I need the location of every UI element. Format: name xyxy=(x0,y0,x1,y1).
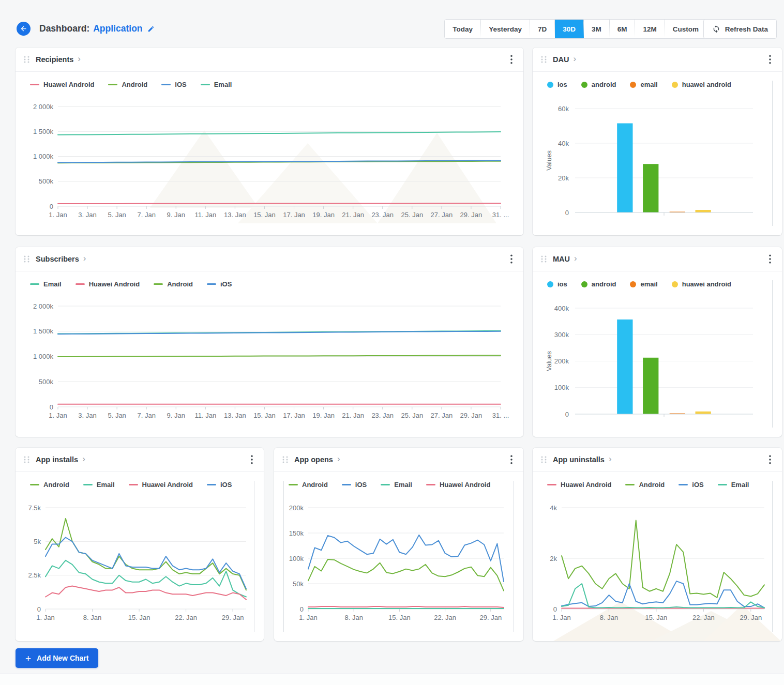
back-button[interactable] xyxy=(17,22,31,36)
legend-item-email[interactable]: Email xyxy=(381,481,412,489)
legend-item-email[interactable]: email xyxy=(630,280,657,288)
range-button-3m[interactable]: 3M xyxy=(584,20,610,38)
legend-item-ios[interactable]: ios xyxy=(547,81,567,88)
range-button-12m[interactable]: 12M xyxy=(635,20,665,38)
legend-item-ios[interactable]: ios xyxy=(547,280,567,288)
card-app-uninstalls: App uninstalls › Huawei Android Android … xyxy=(533,448,782,641)
chart-legend: Huawei Android Android iOS Email xyxy=(30,81,232,88)
legend-label: Email xyxy=(731,481,749,489)
legend-item-ios[interactable]: iOS xyxy=(679,481,703,489)
legend-item-email[interactable]: Email xyxy=(201,81,232,88)
legend-item-email[interactable]: email xyxy=(630,81,657,88)
svg-text:31. ...: 31. ... xyxy=(492,412,509,419)
legend-item-huawei-android[interactable]: Huawei Android xyxy=(129,481,193,489)
legend-item-huawei-android[interactable]: Huawei Android xyxy=(426,481,490,489)
legend-item-ios[interactable]: iOS xyxy=(207,481,232,489)
drag-handle[interactable] xyxy=(23,455,30,464)
legend-item-ios[interactable]: iOS xyxy=(342,481,367,489)
chevron-right-icon: › xyxy=(574,254,577,263)
legend-item-huawei-android[interactable]: Huawei Android xyxy=(30,81,94,88)
range-button-7d[interactable]: 7D xyxy=(530,20,555,38)
card-menu-button[interactable] xyxy=(507,53,516,66)
svg-text:22. Jan: 22. Jan xyxy=(175,614,197,621)
refresh-label: Refresh Data xyxy=(725,25,768,33)
legend-item-android[interactable]: Android xyxy=(289,481,328,489)
card-title-link[interactable]: MAU xyxy=(553,255,570,263)
legend-swatch xyxy=(161,84,171,85)
svg-text:22. Jan: 22. Jan xyxy=(692,614,715,621)
drag-handle[interactable] xyxy=(540,455,547,464)
legend-item-huawei-android[interactable]: Huawei Android xyxy=(547,481,611,489)
legend-label: Android xyxy=(302,481,328,489)
dashboard-name-link[interactable]: Application xyxy=(93,23,142,34)
legend-item-android[interactable]: Android xyxy=(154,280,193,288)
drag-handle[interactable] xyxy=(540,254,547,264)
range-button-today[interactable]: Today xyxy=(445,20,481,38)
legend-item-android[interactable]: android xyxy=(581,280,616,288)
svg-text:29. Jan: 29. Jan xyxy=(479,614,502,621)
drag-handle[interactable] xyxy=(540,55,547,64)
kebab-menu-icon xyxy=(510,455,512,464)
range-button-yesterday[interactable]: Yesterday xyxy=(481,20,530,38)
kebab-menu-icon xyxy=(510,254,512,264)
card-menu-button[interactable] xyxy=(766,53,774,66)
legend-item-android[interactable]: Android xyxy=(30,481,69,489)
chart-edge-line xyxy=(254,481,254,632)
svg-text:2k: 2k xyxy=(550,555,557,562)
legend-item-email[interactable]: Email xyxy=(83,481,115,489)
opens-chart: 050k100k150k200k1. Jan8. Jan15. Jan22. J… xyxy=(278,497,519,638)
drag-handle[interactable] xyxy=(23,55,30,64)
svg-text:15. Jan: 15. Jan xyxy=(645,614,668,621)
legend-swatch xyxy=(129,484,138,485)
svg-text:8. Jan: 8. Jan xyxy=(83,614,101,621)
range-button-custom[interactable]: Custom xyxy=(665,20,706,38)
legend-item-huawei-android[interactable]: Huawei Android xyxy=(76,280,140,288)
drag-handle-icon xyxy=(23,254,30,264)
card-menu-button[interactable] xyxy=(507,253,516,265)
card-menu-button[interactable] xyxy=(248,453,256,466)
refresh-data-button[interactable]: Refresh Data xyxy=(703,19,777,39)
legend-item-ios[interactable]: iOS xyxy=(161,81,186,88)
svg-text:5. Jan: 5. Jan xyxy=(108,412,126,419)
card-menu-button[interactable] xyxy=(507,453,516,466)
legend-item-android[interactable]: Android xyxy=(108,81,147,88)
add-new-chart-button[interactable]: + Add New Chart xyxy=(16,648,98,668)
edit-dashboard-icon[interactable] xyxy=(147,25,155,33)
chevron-right-icon: › xyxy=(609,454,612,463)
chevron-right-icon: › xyxy=(573,54,576,63)
card-title-link[interactable]: DAU xyxy=(553,55,569,64)
page-title-prefix: Dashboard: xyxy=(39,23,89,34)
legend-item-email[interactable]: Email xyxy=(30,280,62,288)
card-title-link[interactable]: App uninstalls xyxy=(553,455,605,464)
card-title-link[interactable]: Subscribers xyxy=(36,255,79,263)
svg-text:1. Jan: 1. Jan xyxy=(552,614,570,621)
legend-item-ios[interactable]: iOS xyxy=(207,280,232,288)
svg-text:1 500k: 1 500k xyxy=(33,327,54,335)
legend-label: huawei android xyxy=(682,280,731,288)
legend-swatch xyxy=(581,281,587,287)
legend-item-android[interactable]: android xyxy=(581,81,616,88)
card-title-link[interactable]: App installs xyxy=(36,455,78,464)
drag-handle[interactable] xyxy=(282,455,289,464)
drag-handle[interactable] xyxy=(23,254,30,264)
card-menu-button[interactable] xyxy=(766,253,774,265)
svg-text:17. Jan: 17. Jan xyxy=(283,412,305,419)
legend-swatch xyxy=(207,283,216,285)
legend-item-huawei-android[interactable]: huawei android xyxy=(672,81,731,88)
drag-handle-icon xyxy=(540,55,547,64)
svg-text:2 000k: 2 000k xyxy=(33,103,54,111)
card-menu-button[interactable] xyxy=(766,453,774,466)
svg-text:1 000k: 1 000k xyxy=(33,153,54,160)
legend-label: huawei android xyxy=(682,81,731,88)
chart-legend: Android Email Huawei Android iOS xyxy=(30,481,232,489)
card-title-link[interactable]: Recipients xyxy=(36,55,73,64)
legend-item-android[interactable]: Android xyxy=(625,481,665,489)
chevron-right-icon: › xyxy=(82,454,85,463)
legend-item-email[interactable]: Email xyxy=(718,481,749,489)
legend-item-huawei-android[interactable]: huawei android xyxy=(672,280,731,288)
range-button-6m[interactable]: 6M xyxy=(610,20,636,38)
legend-swatch xyxy=(30,84,39,85)
svg-text:Values: Values xyxy=(545,351,553,371)
card-title-link[interactable]: App opens xyxy=(294,455,333,464)
range-button-30d[interactable]: 30D xyxy=(555,20,584,38)
